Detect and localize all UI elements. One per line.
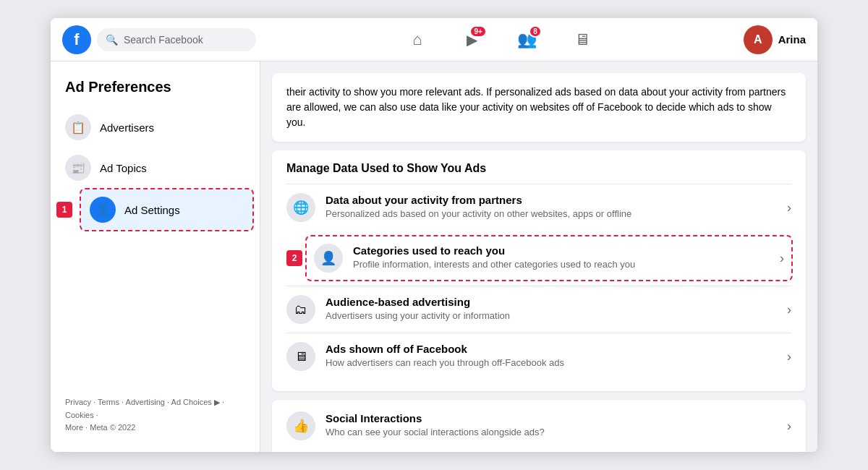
ad-settings-icon: 👤	[90, 197, 116, 223]
ads-offsite-chevron: ›	[787, 349, 791, 364]
list-item-categories[interactable]: 👤 Categories used to reach you Profile i…	[305, 235, 793, 281]
home-nav-btn[interactable]: ⌂	[401, 24, 433, 56]
sidebar-item-advertisers-label: Advertisers	[100, 121, 154, 134]
privacy-link[interactable]: Privacy	[65, 398, 91, 406]
cookies-link[interactable]: Cookies	[65, 411, 94, 419]
intro-text: their activity to show you more relevant…	[286, 85, 791, 130]
social-interactions-card: 👍 Social Interactions Who can see your s…	[272, 400, 806, 452]
social-desc: Who can see your social interactions alo…	[326, 426, 777, 439]
social-title: Social Interactions	[326, 412, 777, 424]
social-icon: 👍	[286, 411, 315, 440]
sidebar: Ad Preferences 📋 Advertisers 📰 Ad Topics…	[51, 61, 260, 452]
categories-chevron: ›	[780, 251, 784, 266]
nav-right: A Arina	[744, 25, 806, 54]
audience-chevron: ›	[787, 302, 791, 317]
advertisers-icon: 📋	[65, 114, 91, 140]
sidebar-footer: Privacy · Terms · Advertising · Ad Choic…	[56, 390, 254, 440]
topnav: f 🔍 Search Facebook ⌂ ▶ 9+ 👥 8 🖥 A	[51, 18, 817, 61]
sidebar-item-ad-settings-label: Ad Settings	[124, 204, 180, 216]
sidebar-item-ad-topics-label: Ad Topics	[100, 162, 147, 174]
categories-title: Categories used to reach you	[353, 244, 770, 257]
activity-partners-icon: 🌐	[286, 193, 315, 222]
audience-desc: Advertisers using your activity or infor…	[326, 309, 777, 322]
sidebar-item-advertisers[interactable]: 📋 Advertisers	[56, 107, 254, 148]
ad-topics-icon: 📰	[65, 155, 91, 181]
main: Ad Preferences 📋 Advertisers 📰 Ad Topics…	[51, 61, 817, 452]
ads-offsite-icon: 🖥	[286, 342, 315, 371]
friends-badge: 8	[529, 25, 542, 38]
activity-partners-desc: Personalized ads based on your activity …	[326, 208, 777, 221]
reels-badge: 9+	[469, 25, 486, 38]
step-2-badge: 2	[286, 250, 302, 266]
audience-title: Audience-based advertising	[326, 296, 777, 308]
home-icon: ⌂	[412, 30, 422, 49]
avatar[interactable]: A	[744, 25, 773, 54]
search-placeholder: Search Facebook	[124, 34, 203, 46]
list-item-audience[interactable]: 🗂 Audience-based advertising Advertisers…	[286, 286, 791, 333]
friends-nav-btn[interactable]: 👥 8	[511, 24, 543, 56]
audience-icon: 🗂	[286, 295, 315, 324]
search-icon: 🔍	[106, 34, 118, 46]
marketplace-icon: 🖥	[574, 30, 590, 49]
more-link[interactable]: More	[65, 423, 83, 432]
manage-section-title: Manage Data Used to Show You Ads	[286, 162, 791, 175]
list-item-ads-offsite[interactable]: 🖥 Ads shown off of Facebook How advertis…	[286, 333, 791, 380]
reels-nav-btn[interactable]: ▶ 9+	[456, 24, 488, 56]
list-item-activity-partners[interactable]: 🌐 Data about your activity from partners…	[286, 184, 791, 231]
sidebar-title: Ad Preferences	[56, 73, 254, 107]
activity-partners-title: Data about your activity from partners	[326, 194, 777, 206]
list-item-social[interactable]: 👍 Social Interactions Who can see your s…	[286, 411, 791, 449]
manage-data-card: Manage Data Used to Show You Ads 🌐 Data …	[272, 150, 806, 391]
ads-offsite-desc: How advertisers can reach you through of…	[326, 356, 777, 369]
intro-card: their activity to show you more relevant…	[272, 73, 806, 142]
nav-center: ⌂ ▶ 9+ 👥 8 🖥	[262, 24, 738, 56]
sidebar-item-ad-topics[interactable]: 📰 Ad Topics	[56, 148, 254, 188]
username: Arina	[778, 33, 806, 46]
marketplace-nav-btn[interactable]: 🖥	[566, 24, 598, 56]
activity-partners-chevron: ›	[787, 200, 791, 215]
sidebar-item-ad-settings[interactable]: 👤 Ad Settings	[80, 188, 254, 231]
search-bar[interactable]: 🔍 Search Facebook	[97, 28, 256, 51]
fb-logo[interactable]: f	[62, 25, 91, 54]
content-area: their activity to show you more relevant…	[260, 61, 817, 452]
categories-desc: Profile information, interests and other…	[353, 258, 770, 271]
terms-link[interactable]: Terms	[98, 398, 119, 406]
categories-icon: 👤	[314, 244, 343, 273]
step-1-badge: 1	[56, 202, 72, 218]
advertising-link[interactable]: Advertising	[126, 398, 165, 406]
social-chevron: ›	[787, 419, 791, 434]
ad-choices-link[interactable]: Ad Choices ▶	[171, 398, 220, 406]
ads-offsite-title: Ads shown off of Facebook	[326, 343, 777, 355]
